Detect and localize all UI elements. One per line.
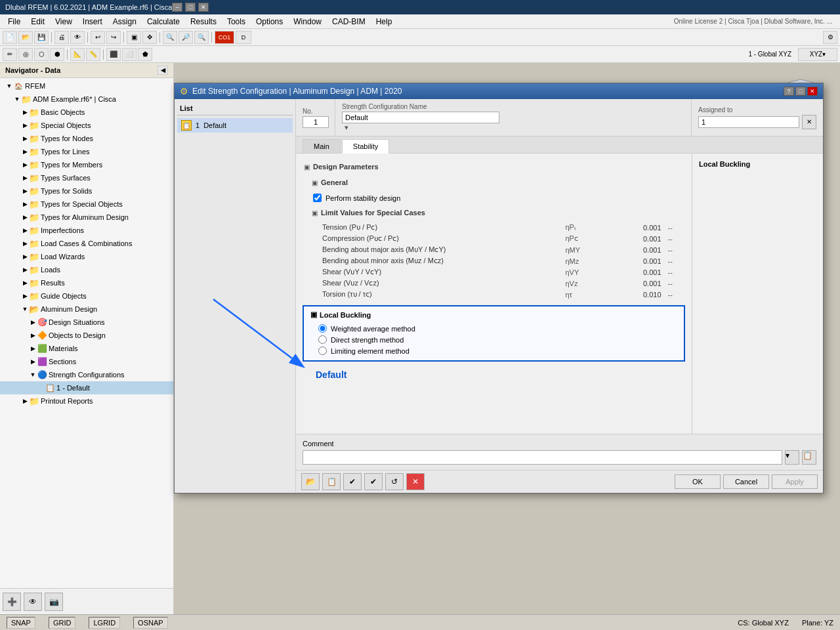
tb-zoom[interactable]: 🔍 bbox=[163, 31, 177, 44]
menu-calculate[interactable]: Calculate bbox=[142, 16, 185, 28]
tree-item-rfem[interactable]: ▼ 🏠 RFEM bbox=[0, 79, 173, 93]
menu-window[interactable]: Window bbox=[288, 16, 327, 28]
dialog-close-button[interactable]: ✕ bbox=[807, 87, 818, 96]
field-name-input[interactable] bbox=[342, 112, 499, 123]
arrow-results[interactable]: ▶ bbox=[21, 279, 29, 287]
tree-item-designsit[interactable]: ▶ 🎯 Design Situations bbox=[0, 316, 173, 329]
menu-view[interactable]: View bbox=[50, 16, 77, 28]
arrow-aluminum[interactable]: ▼ bbox=[21, 305, 29, 313]
tb-printprev[interactable]: 👁 bbox=[70, 31, 85, 44]
arrow-printout[interactable]: ▶ bbox=[21, 397, 29, 405]
nav-collapse[interactable]: ◀ bbox=[158, 66, 168, 75]
maximize-button[interactable]: □ bbox=[185, 3, 196, 12]
tree-item-sections[interactable]: ▶ 🟪 Sections bbox=[0, 355, 173, 368]
tb2-btn1[interactable]: ✏ bbox=[3, 48, 17, 61]
menu-insert[interactable]: Insert bbox=[77, 16, 108, 28]
arrow-solids[interactable]: ▶ bbox=[21, 187, 29, 195]
tree-item-special[interactable]: ▶ 📁 Special Objects bbox=[0, 119, 173, 132]
arrow-guide[interactable]: ▶ bbox=[21, 292, 29, 300]
tb-zoomin[interactable]: 🔎 bbox=[178, 31, 193, 44]
arrow-specialobj[interactable]: ▶ bbox=[21, 200, 29, 208]
tree-item-basic[interactable]: ▶ 📁 Basic Objects bbox=[0, 106, 173, 119]
arrow-rfem[interactable]: ▼ bbox=[5, 82, 13, 90]
arrow-strength[interactable]: ▼ bbox=[29, 371, 37, 379]
radio-limiting-input[interactable] bbox=[318, 346, 327, 355]
tree-item-default[interactable]: 📋 1 - Default bbox=[0, 381, 173, 394]
perform-stability-checkbox[interactable] bbox=[313, 194, 322, 202]
tree-item-surfaces[interactable]: ▶ 📁 Types Surfaces bbox=[0, 171, 173, 184]
ok-button[interactable]: OK bbox=[675, 474, 721, 489]
tree-item-strength[interactable]: ▼ 🔵 Strength Configurations bbox=[0, 368, 173, 381]
dlg-tb-open[interactable]: 📂 bbox=[301, 473, 320, 490]
tb-select[interactable]: ▣ bbox=[127, 31, 141, 44]
tb-open[interactable]: 📂 bbox=[18, 31, 33, 44]
apply-button[interactable]: Apply bbox=[772, 474, 818, 489]
menu-cadbim[interactable]: CAD-BIM bbox=[327, 16, 371, 28]
dialog-help-button[interactable]: ? bbox=[784, 87, 794, 96]
tb2-btn2[interactable]: ◎ bbox=[18, 48, 33, 61]
tb2-btn7[interactable]: ⬛ bbox=[106, 48, 121, 61]
tb-zoomout[interactable]: 🔍 bbox=[194, 31, 209, 44]
tree-item-loadwiz[interactable]: ▶ 📁 Load Wizards bbox=[0, 250, 173, 263]
comment-copy[interactable]: 📋 bbox=[802, 450, 816, 465]
tb-redo[interactable]: ↪ bbox=[106, 31, 121, 44]
cancel-button[interactable]: Cancel bbox=[723, 474, 769, 489]
tree-item-aluminum[interactable]: ▼ 📂 Aluminum Design bbox=[0, 303, 173, 316]
close-button[interactable]: ✕ bbox=[198, 3, 209, 12]
dialog-maximize-button[interactable]: □ bbox=[795, 87, 806, 96]
comment-dropdown[interactable]: ▾ bbox=[785, 450, 799, 465]
tree-item-guide[interactable]: ▶ 📁 Guide Objects bbox=[0, 289, 173, 303]
tree-item-solids[interactable]: ▶ 📁 Types for Solids bbox=[0, 184, 173, 198]
status-grid[interactable]: GRID bbox=[49, 617, 76, 629]
tb-move[interactable]: ✥ bbox=[142, 31, 157, 44]
collapse-general[interactable]: ▣ bbox=[310, 178, 318, 186]
dlg-tb-check1[interactable]: ✔ bbox=[343, 473, 362, 490]
arrow-basic[interactable]: ▶ bbox=[21, 108, 29, 116]
menu-edit[interactable]: Edit bbox=[26, 16, 50, 28]
arrow-loadcases[interactable]: ▶ bbox=[21, 240, 29, 247]
arrow-sections[interactable]: ▶ bbox=[29, 358, 37, 366]
arrow-special[interactable]: ▶ bbox=[21, 121, 29, 129]
status-lgrid[interactable]: LGRID bbox=[89, 617, 120, 629]
arrow-members[interactable]: ▶ bbox=[21, 161, 29, 169]
tree-item-members[interactable]: ▶ 📁 Types for Members bbox=[0, 158, 173, 171]
arrow-objdesign[interactable]: ▶ bbox=[29, 331, 37, 339]
tb2-btn3[interactable]: ⬡ bbox=[34, 48, 49, 61]
status-snap[interactable]: SNAP bbox=[7, 617, 35, 629]
field-no-input[interactable] bbox=[303, 116, 329, 128]
tb-print[interactable]: 🖨 bbox=[54, 31, 69, 44]
collapse-design-params[interactable]: ▣ bbox=[303, 163, 310, 171]
tree-item-lines[interactable]: ▶ 📁 Types for Lines bbox=[0, 145, 173, 158]
tree-item-adm[interactable]: ▼ 📁 ADM Example.rf6* | Cisca bbox=[0, 93, 173, 106]
menu-file[interactable]: File bbox=[3, 16, 26, 28]
nav-btn-add[interactable]: ➕ bbox=[3, 593, 21, 611]
arrow-nodes[interactable]: ▶ bbox=[21, 135, 29, 142]
arrow-surfaces[interactable]: ▶ bbox=[21, 174, 29, 182]
tree-item-imperf[interactable]: ▶ 📁 Imperfections bbox=[0, 224, 173, 237]
menu-options[interactable]: Options bbox=[251, 16, 288, 28]
radio-direct-input[interactable] bbox=[318, 335, 327, 344]
minimize-button[interactable]: – bbox=[172, 3, 182, 12]
tree-item-materials[interactable]: ▶ 🟩 Materials bbox=[0, 342, 173, 355]
nav-btn-camera[interactable]: 📷 bbox=[45, 593, 63, 611]
tb2-btn8[interactable]: ⬜ bbox=[122, 48, 136, 61]
tree-item-nodes[interactable]: ▶ 📁 Types for Nodes bbox=[0, 132, 173, 145]
tb-settings[interactable]: ⚙ bbox=[823, 31, 837, 44]
tb2-btn4[interactable]: ⬢ bbox=[50, 48, 64, 61]
tree-item-loadcases[interactable]: ▶ 📁 Load Cases & Combinations bbox=[0, 237, 173, 250]
dlg-tb-copy[interactable]: 📋 bbox=[322, 473, 341, 490]
tb2-btn9[interactable]: ⬟ bbox=[138, 48, 152, 61]
tree-item-specialobj[interactable]: ▶ 📁 Types for Special Objects bbox=[0, 198, 173, 211]
menu-assign[interactable]: Assign bbox=[108, 16, 142, 28]
tb-new[interactable]: 📄 bbox=[3, 31, 17, 44]
menu-results[interactable]: Results bbox=[185, 16, 222, 28]
tree-item-results[interactable]: ▶ 📁 Results bbox=[0, 276, 173, 289]
tab-main[interactable]: Main bbox=[303, 139, 341, 153]
tb-co1[interactable]: CO1 bbox=[215, 31, 234, 44]
lb-collapse-icon[interactable]: ▣ bbox=[310, 310, 317, 319]
menu-help[interactable]: Help bbox=[371, 16, 398, 28]
tb-save[interactable]: 💾 bbox=[34, 31, 49, 44]
collapse-limitvalues[interactable]: ▣ bbox=[310, 209, 318, 217]
tb2-xyz[interactable]: XYZ▾ bbox=[798, 48, 837, 61]
tree-item-printout[interactable]: ▶ 📁 Printout Reports bbox=[0, 394, 173, 408]
